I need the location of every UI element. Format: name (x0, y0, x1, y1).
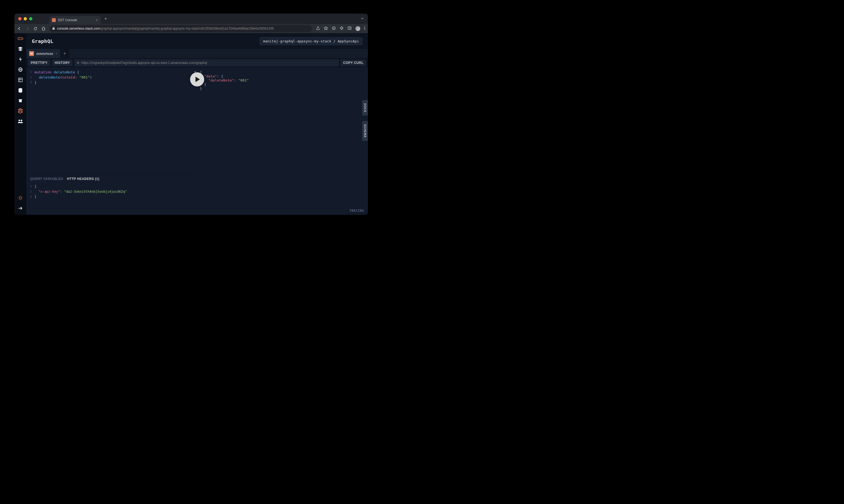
sidebar-stacks-icon[interactable] (18, 46, 23, 52)
new-tab-button[interactable]: + (104, 16, 107, 22)
maximize-window-button[interactable] (29, 17, 32, 20)
sidebar-collapse-icon[interactable] (18, 205, 23, 211)
minimize-window-button[interactable] (24, 17, 27, 20)
bookmark-icon[interactable] (324, 26, 328, 31)
main: GraphQL manitej-graphql-appsync-my-stack… (26, 33, 368, 215)
svg-rect-3 (348, 26, 351, 29)
sidebar-theme-icon[interactable] (18, 195, 23, 201)
svg-point-2 (334, 28, 335, 29)
svg-rect-17 (19, 100, 22, 102)
url-text: console.serverless-stack.com/graphql-app… (57, 26, 274, 31)
sidebar-functions-icon[interactable] (18, 56, 23, 62)
svg-point-19 (22, 109, 23, 110)
titlebar: SST Console × + (14, 14, 368, 24)
sidebar-api-icon[interactable] (18, 67, 23, 72)
svg-rect-8 (18, 37, 23, 40)
sidebar (14, 33, 26, 215)
forward-button[interactable] (25, 26, 30, 31)
svg-rect-12 (18, 78, 22, 82)
svg-point-22 (18, 112, 19, 113)
endpoint-field[interactable]: https://2ngraxbyo5cwdpsk47wgn3oafu.appsy… (74, 59, 339, 66)
reload-button[interactable] (33, 26, 37, 31)
svg-point-7 (364, 29, 365, 30)
sidebar-local-icon[interactable] (18, 36, 23, 41)
side-panel-icon[interactable] (347, 26, 352, 31)
variables-panel: QUERY VARIABLES HTTP HEADERS (1) 1{ 2 "x… (26, 174, 193, 215)
svg-point-6 (364, 28, 365, 29)
sidebar-dynamodb-icon[interactable] (18, 88, 23, 93)
svg-line-33 (19, 199, 20, 200)
breadcrumb[interactable]: manitej-graphql-appsync-my-stack / AppSy… (260, 37, 362, 45)
query-tab-deletenote[interactable]: M deleteNote × (26, 49, 60, 58)
page-title: GraphQL (32, 38, 53, 44)
svg-rect-0 (53, 28, 55, 30)
browser-tab-title: SST Console (58, 18, 77, 22)
sidebar-graphql-icon[interactable] (18, 108, 23, 114)
query-tabs: M deleteNote × + (26, 49, 368, 58)
app: GraphQL manitej-graphql-appsync-my-stack… (14, 33, 368, 215)
share-icon[interactable] (316, 26, 320, 31)
headers-editor[interactable]: 1{ 2 "x-api-key": "da2-3oknz5th4nbj5oobj… (26, 183, 193, 215)
graphql-body: 1mutation deleteNote { 2 deleteNote(note… (26, 68, 368, 215)
profile-avatar[interactable] (355, 26, 360, 31)
docs-tab[interactable]: DOCS (362, 100, 368, 115)
chevron-down-icon[interactable] (361, 16, 364, 21)
address-bar: console.serverless-stack.com/graphql-app… (14, 24, 368, 33)
url-box[interactable]: console.serverless-stack.com/graphql-app… (50, 25, 312, 32)
svg-point-25 (21, 120, 22, 121)
svg-point-20 (22, 112, 23, 113)
query-tab-close[interactable]: × (55, 52, 57, 55)
query-tab-name: deleteNote (36, 52, 53, 56)
traffic-lights (18, 17, 32, 20)
svg-point-26 (19, 197, 21, 199)
query-editor-pane: 1mutation deleteNote { 2 deleteNote(note… (26, 68, 193, 215)
tracing-button[interactable]: TRACING (346, 206, 368, 215)
sidebar-cognito-icon[interactable] (18, 119, 23, 124)
add-query-tab-button[interactable]: + (60, 49, 69, 58)
svg-line-34 (21, 197, 22, 197)
tab-http-headers[interactable]: HTTP HEADERS (1) (67, 177, 99, 181)
execute-button[interactable] (190, 72, 204, 87)
svg-point-23 (18, 109, 19, 110)
result-pane[interactable]: ▼ { "data": { "deleteNote": "001" } } TR… (193, 68, 368, 215)
close-window-button[interactable] (18, 17, 21, 20)
sidebar-rds-icon[interactable] (18, 77, 23, 83)
tab-query-variables[interactable]: QUERY VARIABLES (30, 177, 63, 181)
tab-close-button[interactable]: × (95, 18, 97, 22)
svg-line-32 (21, 199, 22, 200)
adblock-icon[interactable] (332, 26, 336, 31)
menu-icon[interactable] (364, 26, 365, 31)
extensions-icon[interactable] (340, 26, 344, 31)
svg-line-31 (19, 197, 20, 197)
browser-tab[interactable]: SST Console × (49, 16, 101, 24)
sidebar-buckets-icon[interactable] (18, 98, 23, 103)
svg-point-24 (18, 120, 20, 121)
browser-window: SST Console × + console.serverless-stack… (14, 14, 368, 215)
svg-rect-16 (19, 99, 22, 100)
endpoint-status-dot (77, 62, 79, 64)
back-button[interactable] (17, 26, 21, 31)
lock-icon (52, 26, 55, 31)
copy-curl-button[interactable]: COPY CURL (340, 59, 366, 66)
schema-tab[interactable]: SCHEMA (362, 121, 368, 141)
mutation-badge: M (29, 51, 34, 56)
svg-point-5 (364, 26, 365, 27)
sst-favicon (52, 18, 56, 22)
history-button[interactable]: HISTORY (52, 59, 73, 66)
prettify-button[interactable]: PRETTIFY (28, 59, 50, 66)
query-editor[interactable]: 1mutation deleteNote { 2 deleteNote(note… (26, 68, 193, 174)
page-header: GraphQL manitej-graphql-appsync-my-stack… (26, 33, 368, 49)
home-button[interactable] (41, 26, 46, 31)
graphql-toolbar: PRETTIFY HISTORY https://2ngraxbyo5cwdps… (26, 58, 368, 68)
endpoint-url: https://2ngraxbyo5cwdpsk47wgn3oafu.appsy… (81, 61, 207, 65)
